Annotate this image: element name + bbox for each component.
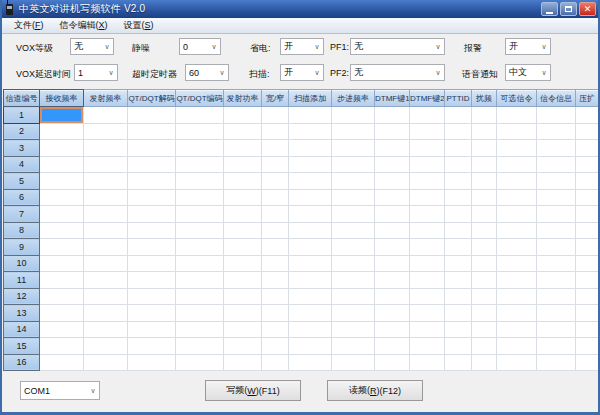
cell-r13-c1[interactable] <box>40 305 84 322</box>
cell-r6-c10[interactable] <box>410 189 445 206</box>
cell-r2-c2[interactable] <box>84 123 128 140</box>
cell-r14-c13[interactable] <box>497 321 537 338</box>
voice-prompt-select[interactable]: 中文 ∨ <box>505 64 551 81</box>
cell-r9-c9[interactable] <box>375 239 410 256</box>
cell-r1-c7[interactable] <box>289 107 332 124</box>
power-save-select[interactable]: 开 ∨ <box>280 38 324 55</box>
scan-select[interactable]: 开 ∨ <box>280 64 324 81</box>
cell-r14-c6[interactable] <box>262 321 289 338</box>
cell-r10-c14[interactable] <box>537 255 576 272</box>
row-header-13[interactable]: 13 <box>4 305 40 322</box>
cell-r9-c7[interactable] <box>289 239 332 256</box>
cell-r11-c13[interactable] <box>497 272 537 289</box>
cell-r12-c6[interactable] <box>262 288 289 305</box>
cell-r2-c15[interactable] <box>576 123 599 140</box>
cell-r1-c13[interactable] <box>497 107 537 124</box>
cell-r5-c13[interactable] <box>497 173 537 190</box>
cell-r10-c5[interactable] <box>224 255 262 272</box>
cell-r11-c11[interactable] <box>445 272 472 289</box>
row-header-3[interactable]: 3 <box>4 140 40 157</box>
cell-r3-c2[interactable] <box>84 140 128 157</box>
cell-r7-c3[interactable] <box>128 206 176 223</box>
cell-r1-c14[interactable] <box>537 107 576 124</box>
cell-r12-c13[interactable] <box>497 288 537 305</box>
pf2-select[interactable]: 无 ∨ <box>350 64 445 81</box>
cell-r15-c4[interactable] <box>176 338 224 355</box>
column-header-15[interactable]: 压扩 <box>576 90 599 107</box>
cell-r16-c15[interactable] <box>576 354 599 371</box>
cell-r1-c10[interactable] <box>410 107 445 124</box>
cell-r16-c9[interactable] <box>375 354 410 371</box>
cell-r11-c12[interactable] <box>472 272 497 289</box>
cell-r4-c7[interactable] <box>289 156 332 173</box>
vox-level-select[interactable]: 无 ∨ <box>70 38 114 55</box>
cell-r5-c4[interactable] <box>176 173 224 190</box>
cell-r6-c11[interactable] <box>445 189 472 206</box>
cell-r6-c12[interactable] <box>472 189 497 206</box>
cell-r13-c12[interactable] <box>472 305 497 322</box>
cell-r10-c8[interactable] <box>332 255 375 272</box>
cell-r12-c4[interactable] <box>176 288 224 305</box>
cell-r5-c15[interactable] <box>576 173 599 190</box>
cell-r15-c1[interactable] <box>40 338 84 355</box>
cell-r7-c6[interactable] <box>262 206 289 223</box>
cell-r12-c1[interactable] <box>40 288 84 305</box>
cell-r9-c5[interactable] <box>224 239 262 256</box>
cell-r10-c13[interactable] <box>497 255 537 272</box>
row-header-11[interactable]: 11 <box>4 272 40 289</box>
cell-r6-c13[interactable] <box>497 189 537 206</box>
cell-r8-c11[interactable] <box>445 222 472 239</box>
cell-r7-c15[interactable] <box>576 206 599 223</box>
column-header-2[interactable]: 发射频率 <box>84 90 128 107</box>
cell-r4-c15[interactable] <box>576 156 599 173</box>
cell-r8-c1[interactable] <box>40 222 84 239</box>
column-header-12[interactable]: 扰频 <box>472 90 497 107</box>
cell-r1-c9[interactable] <box>375 107 410 124</box>
cell-r16-c4[interactable] <box>176 354 224 371</box>
cell-r10-c15[interactable] <box>576 255 599 272</box>
cell-r2-c7[interactable] <box>289 123 332 140</box>
cell-r11-c6[interactable] <box>262 272 289 289</box>
cell-r14-c15[interactable] <box>576 321 599 338</box>
squelch-select[interactable]: 0 ∨ <box>179 38 221 55</box>
cell-r13-c7[interactable] <box>289 305 332 322</box>
cell-r16-c2[interactable] <box>84 354 128 371</box>
cell-r4-c8[interactable] <box>332 156 375 173</box>
cell-r15-c3[interactable] <box>128 338 176 355</box>
cell-r3-c12[interactable] <box>472 140 497 157</box>
cell-r5-c9[interactable] <box>375 173 410 190</box>
row-header-14[interactable]: 14 <box>4 321 40 338</box>
cell-r16-c14[interactable] <box>537 354 576 371</box>
cell-r5-c11[interactable] <box>445 173 472 190</box>
cell-r8-c15[interactable] <box>576 222 599 239</box>
cell-r12-c9[interactable] <box>375 288 410 305</box>
cell-r3-c6[interactable] <box>262 140 289 157</box>
column-header-3[interactable]: QT/DQT解码 <box>128 90 176 107</box>
cell-r8-c3[interactable] <box>128 222 176 239</box>
cell-r11-c5[interactable] <box>224 272 262 289</box>
cell-r1-c11[interactable] <box>445 107 472 124</box>
row-header-4[interactable]: 4 <box>4 156 40 173</box>
cell-r15-c5[interactable] <box>224 338 262 355</box>
cell-r14-c4[interactable] <box>176 321 224 338</box>
read-frequency-button[interactable]: 读频(R)(F12) <box>327 380 423 401</box>
menu-file[interactable]: 文件(F) <box>6 17 52 34</box>
column-header-6[interactable]: 宽/窄 <box>262 90 289 107</box>
row-header-1[interactable]: 1 <box>4 107 40 124</box>
cell-r4-c13[interactable] <box>497 156 537 173</box>
cell-r10-c1[interactable] <box>40 255 84 272</box>
menu-settings[interactable]: 设置(S) <box>116 17 162 34</box>
cell-r5-c5[interactable] <box>224 173 262 190</box>
cell-r2-c4[interactable] <box>176 123 224 140</box>
cell-r11-c2[interactable] <box>84 272 128 289</box>
cell-r2-c12[interactable] <box>472 123 497 140</box>
write-frequency-button[interactable]: 写频(W)(F11) <box>205 380 301 401</box>
cell-r9-c4[interactable] <box>176 239 224 256</box>
cell-r3-c3[interactable] <box>128 140 176 157</box>
cell-r4-c11[interactable] <box>445 156 472 173</box>
row-header-2[interactable]: 2 <box>4 123 40 140</box>
cell-r9-c3[interactable] <box>128 239 176 256</box>
cell-r16-c12[interactable] <box>472 354 497 371</box>
cell-r6-c3[interactable] <box>128 189 176 206</box>
cell-r13-c11[interactable] <box>445 305 472 322</box>
